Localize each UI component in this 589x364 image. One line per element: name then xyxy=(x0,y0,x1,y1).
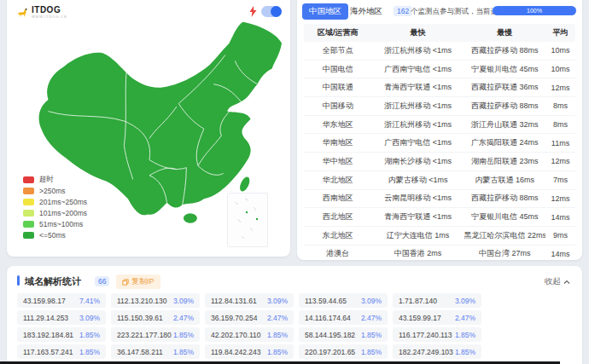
cell-average: 12ms xyxy=(545,84,575,92)
table-row: 全部节点 浙江杭州移动 <1ms 西藏拉萨移动 88ms 10ms xyxy=(304,42,575,61)
cell-average: 7ms xyxy=(545,176,575,184)
cell-fastest: 云南昆明移动 <1ms xyxy=(372,193,464,204)
legend-item: 101ms~200ms xyxy=(23,207,87,218)
collapse-label: 收起 xyxy=(545,276,561,287)
legend-swatch xyxy=(23,199,34,205)
ip-percent: 1.85% xyxy=(361,331,382,339)
legend-item: 超时 xyxy=(23,174,87,185)
ip-cell: 112.84.131.61 3.09% xyxy=(205,293,294,308)
table-row: 中国联通 青海西宁联通 <1ms 西藏拉萨联通 36ms 12ms xyxy=(304,78,575,97)
table-row: 中国电信 广西南宁电信 <1ms 宁夏银川电信 45ms 10ms xyxy=(304,61,575,79)
taiwan-island[interactable] xyxy=(238,176,252,193)
legend-label: 101ms~200ms xyxy=(39,209,87,217)
ip-percent: 2.47% xyxy=(455,314,475,322)
cell-fastest: 浙江杭州移动 <1ms xyxy=(372,119,464,130)
legend-item: <=50ms xyxy=(23,229,87,240)
ip-cell: 42.202.170.110 1.85% xyxy=(205,327,294,342)
cell-region: 全部节点 xyxy=(304,45,372,56)
tab-china-region[interactable]: 中国地区 xyxy=(302,3,348,20)
dns-panel: 域名解析统计 66 复制IP 收起 43.159.98.17 7.41% 112… xyxy=(7,266,582,364)
legend-swatch xyxy=(23,176,34,183)
ip-address: 116.177.240.113 xyxy=(399,331,452,339)
table-row: 华南地区 广西南宁电信 <1ms 广东揭阳联通 24ms 11ms xyxy=(304,134,575,153)
ip-address: 112.84.131.61 xyxy=(211,297,257,305)
ip-percent: 3.09% xyxy=(173,297,194,305)
cell-average: 8ms xyxy=(545,120,575,129)
ip-address: 36.159.70.254 xyxy=(211,314,257,322)
dns-count-badge: 66 xyxy=(95,276,109,286)
cell-average: 8ms xyxy=(545,101,575,110)
ip-address: 220.197.201.65 xyxy=(305,348,355,356)
table-row: 中国移动 浙江杭州移动 <1ms 西藏拉萨移动 88ms 8ms xyxy=(304,97,575,116)
ip-cell: 43.159.99.17 2.47% xyxy=(393,310,481,325)
cell-fastest: 湖南长沙移动 <1ms xyxy=(372,156,464,167)
cell-region: 华中地区 xyxy=(304,156,372,167)
copy-ip-button[interactable]: 复制IP xyxy=(116,274,160,289)
south-china-sea-inset xyxy=(227,193,268,247)
cell-average: 12ms xyxy=(545,157,575,165)
legend-swatch xyxy=(23,210,34,217)
column-header: 平均 xyxy=(545,27,575,38)
ip-percent: 1.85% xyxy=(79,348,100,356)
cell-average: 10ms xyxy=(545,46,575,55)
ip-address: 43.159.98.17 xyxy=(23,297,66,305)
cell-fastest: 辽宁大连电信 1ms xyxy=(372,230,464,241)
cell-region: 华北地区 xyxy=(304,175,372,186)
table-row: 港澳台 中国香港 2ms 中国台湾 27ms 14ms xyxy=(304,246,575,263)
ip-percent: 7.41% xyxy=(79,297,100,305)
tab-overseas-region[interactable]: 海外地区 xyxy=(350,6,382,17)
ip-address: 115.150.39.61 xyxy=(117,314,163,322)
cell-average: 14ms xyxy=(545,250,575,258)
cell-average: 12ms xyxy=(545,194,575,203)
ip-cell: 183.192.184.81 1.85% xyxy=(17,327,106,342)
ip-address: 111.29.14.253 xyxy=(23,314,68,322)
ip-address: 14.116.174.64 xyxy=(305,314,351,322)
ip-cell: 1.71.87.140 3.09% xyxy=(393,293,481,308)
node-count-badge: 162 xyxy=(394,6,412,16)
cell-region: 东北地区 xyxy=(304,230,372,241)
legend-item: 51ms~100ms xyxy=(23,218,87,229)
ip-percent: 3.09% xyxy=(267,297,288,305)
ip-percent: 2.47% xyxy=(267,314,288,322)
progress-bar: 100% xyxy=(493,6,576,15)
cell-slowest: 广东揭阳联通 24ms xyxy=(464,137,545,148)
legend-swatch xyxy=(23,221,34,228)
legend-label: >250ms xyxy=(39,187,65,195)
cell-region: 中国移动 xyxy=(304,101,372,112)
ip-cell: 112.13.210.130 3.09% xyxy=(111,293,200,308)
ip-address: 36.147.58.211 xyxy=(117,348,163,356)
ip-cell: 119.84.242.243 1.85% xyxy=(205,344,294,359)
hainan-island[interactable] xyxy=(184,213,197,222)
ip-cell: 14.116.174.64 2.47% xyxy=(299,310,388,325)
ip-cell: 115.150.39.61 2.47% xyxy=(111,310,200,325)
legend-label: 201ms~250ms xyxy=(39,198,87,206)
ip-address: 117.163.57.241 xyxy=(23,348,73,356)
ip-cell: 116.177.240.113 1.85% xyxy=(393,327,481,342)
dns-section-title: 域名解析统计 xyxy=(25,275,81,288)
copy-icon xyxy=(122,279,129,286)
results-panel: 中国地区 海外地区 162 个监测点参与测试，当前进度： 100% 区域/运营商… xyxy=(297,0,582,260)
cell-slowest: 西藏拉萨移动 88ms xyxy=(464,101,545,112)
table-row: 华东地区 浙江杭州移动 <1ms 浙江舟山联通 32ms 8ms xyxy=(304,116,575,135)
result-table: 区域/运营商最快最慢平均 全部节点 浙江杭州移动 <1ms 西藏拉萨移动 88m… xyxy=(304,24,575,263)
cell-region: 西南地区 xyxy=(304,193,372,204)
cell-region: 中国联通 xyxy=(304,82,372,93)
column-header: 区域/运营商 xyxy=(304,27,372,38)
chevron-up-icon xyxy=(563,280,570,285)
collapse-button[interactable]: 收起 xyxy=(545,276,570,287)
ip-address: 223.221.177.180 xyxy=(117,331,172,339)
ip-cell: 111.29.14.253 3.09% xyxy=(17,310,106,325)
cell-region: 西北地区 xyxy=(304,211,372,222)
cell-average: 9ms xyxy=(545,231,575,240)
table-row: 西南地区 云南昆明移动 <1ms 西藏拉萨移动 88ms 12ms xyxy=(304,190,575,209)
ip-address: 119.84.242.243 xyxy=(211,348,260,356)
ip-percent: 3.09% xyxy=(455,297,475,305)
cell-slowest: 浙江舟山联通 32ms xyxy=(464,119,545,130)
cell-slowest: 西藏拉萨移动 88ms xyxy=(464,193,545,204)
table-row: 华北地区 内蒙古移动 <1ms 内蒙古联通 16ms 7ms xyxy=(304,171,575,190)
copy-ip-label: 复制IP xyxy=(131,276,155,287)
cell-average: 14ms xyxy=(545,213,575,222)
cell-slowest: 黑龙江哈尔滨电信 22ms xyxy=(464,230,545,241)
ip-percent: 1.85% xyxy=(361,348,382,356)
cell-slowest: 内蒙古联通 16ms xyxy=(464,175,545,186)
